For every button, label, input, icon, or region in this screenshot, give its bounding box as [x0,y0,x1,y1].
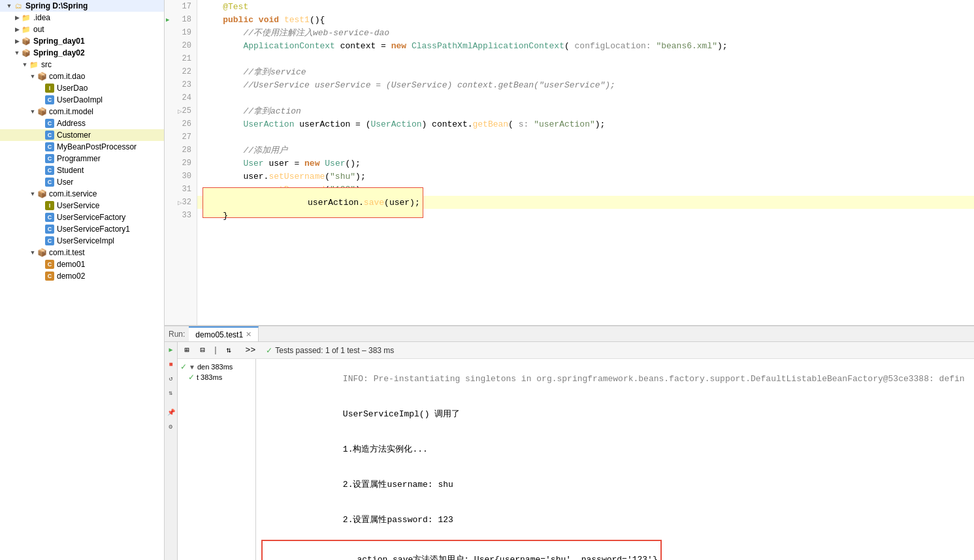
line33-text: } [203,211,228,221]
line32-text: userAction.save(user); [267,198,420,208]
sidebar-item-student[interactable]: C Student [0,164,164,176]
sidebar-item-spring-day02[interactable]: ▼ 📦 Spring_day02 [0,47,164,59]
output-content[interactable]: INFO: Pre-instantiating singletons in or… [256,359,974,560]
sidebar-item-mybeanpost[interactable]: C MyBeanPostProcessor [0,141,164,153]
code-line-30[interactable]: user.setUsername("shu"); [197,170,974,183]
student-spacer [37,166,44,174]
code-line-29[interactable]: User user = new User(); [197,157,974,170]
sidebar-item-demo02[interactable]: C demo02 [0,270,164,282]
demo02-spacer [37,272,44,280]
tests-passed-label: Tests passed: 1 of 1 test – 383 ms [275,346,394,355]
sidebar-item-idea[interactable]: ▶ 📁 .idea [0,12,164,23]
collapse-tree-button[interactable]: ⊟ [196,344,209,357]
root-label: Spring D:\Spring [25,1,88,10]
sidebar-item-userservicefactory[interactable]: C UserServiceFactory [0,211,164,223]
output-line-3: 1.构造方法实例化... [261,432,969,467]
stop-button[interactable]: ■ [166,359,176,369]
rerun-button[interactable]: ↺ [166,373,176,384]
user-spacer [37,178,44,186]
run-indicator-18: ▶ [166,16,169,23]
code-editor[interactable]: 17 ▶ 18 19 20 21 22 23 24 ▷ 25 26 27 28 … [165,0,974,325]
root-fold-arrow: ▼ [189,364,195,371]
code-line-19[interactable]: //不使用注解注入web-service-dao [197,26,974,39]
sidebar-item-com-it-model[interactable]: ▼ 📦 com.it.model [0,106,164,117]
code-line-27[interactable] [197,131,974,144]
sort-test-button[interactable]: ⇅ [222,344,235,357]
line32-wrapper: userAction.save(user); [203,187,423,218]
code-line-18[interactable]: public void test1(){ [197,13,974,26]
mybeanpost-spacer [37,143,44,151]
fold-32[interactable]: ▷ [178,198,182,207]
test-result-text: ✓ Tests passed: 1 of 1 test – 383 ms [261,346,399,355]
sort-button[interactable]: ⇅ [166,388,176,398]
sidebar-item-out[interactable]: ▶ 📁 out [0,23,164,35]
code-line-25[interactable]: //拿到action [197,104,974,117]
customer-label: Customer [57,131,91,140]
code-line-17[interactable]: @Test [197,0,974,13]
code-line-22[interactable]: //拿到service [197,65,974,78]
fold-25[interactable]: ▷ [178,107,182,116]
linenum-19: 19 [165,26,197,39]
user-label: User [57,178,73,187]
sidebar-item-spring-day01[interactable]: ▶ 📦 Spring_day01 [0,35,164,47]
run-label: Run: [165,330,189,339]
run-tab-demo05[interactable]: demo05.test1 ✕ [189,326,259,341]
sidebar-item-userserviceimpl[interactable]: C UserServiceImpl [0,235,164,247]
out-folder-icon: 📁 [21,24,31,35]
output-highlight-1: action save方法添加用户: User{username='shu', … [265,542,658,560]
code-line-28[interactable]: //添加用户 [197,144,974,157]
sidebar-item-com-it-test[interactable]: ▼ 📦 com.it.test [0,247,164,258]
sidebar-item-src[interactable]: ▼ 📁 src [0,59,164,70]
test-pkg-label: com.it.test [49,248,85,257]
student-icon: C [44,165,55,176]
usfactory-icon: C [44,212,55,223]
expand-tree-button[interactable]: ⊞ [180,344,193,357]
sidebar-item-userservice[interactable]: I UserService [0,200,164,211]
close-tab-icon[interactable]: ✕ [246,330,252,339]
address-label: Address [57,119,86,128]
sidebar-item-customer[interactable]: C Customer [0,129,164,141]
usfactory-spacer [37,213,44,221]
code-content[interactable]: @Test public void test1(){ //不使用注解注入web-… [197,0,974,325]
linenum-18: ▶ 18 [165,13,197,26]
test-child-item[interactable]: ✓ t 383ms [180,372,253,382]
pin-button[interactable]: 📌 [166,407,176,418]
settings-icon[interactable]: ⚙ [166,422,176,432]
src-label: src [41,60,52,69]
dao-pkg-label: com.it.dao [49,72,85,81]
linenum-25: ▷ 25 [165,104,197,117]
sidebar-item-com-it-dao[interactable]: ▼ 📦 com.it.dao [0,70,164,82]
sidebar-item-demo01[interactable]: C demo01 [0,258,164,270]
sidebar-item-com-it-service[interactable]: ▼ 📦 com.it.service [0,188,164,200]
dao-pkg-arrow: ▼ [29,72,37,80]
linenum-21: 21 [165,52,197,65]
tree-root[interactable]: ▼ 🗂 Spring D:\Spring [0,0,164,12]
play-button[interactable]: ▶ [166,345,176,355]
userdaoimpl-label: UserDaoImpl [57,95,103,104]
sidebar-item-userdaoimpl[interactable]: C UserDaoImpl [0,94,164,106]
sidebar-item-address[interactable]: C Address [0,117,164,129]
test-root-item[interactable]: ✓ ▼ den 383ms [180,362,253,372]
linenum-20: 20 [165,39,197,52]
code-line-32[interactable]: userAction.save(user); [197,196,974,209]
code-line-21[interactable] [197,52,974,65]
code-line-24[interactable] [197,91,974,104]
line30-text: user.setUsername("shu"); [203,172,366,181]
line22-comment: //拿到service [203,66,306,78]
usimpl-label: UserServiceImpl [57,236,114,245]
run-toolbar: ⊞ ⊟ | ⇅ >> ✓ Tests passed: 1 of 1 test –… [178,342,974,359]
demo01-spacer [37,260,44,268]
service-pkg-arrow: ▼ [29,190,37,198]
sidebar-item-user[interactable]: C User [0,176,164,188]
model-pkg-label: com.it.model [49,107,93,116]
sidebar-item-userdao[interactable]: I UserDao [0,82,164,94]
code-line-26[interactable]: UserAction userAction = (UserAction) con… [197,117,974,131]
demo02-icon: C [44,271,55,281]
programmer-spacer [37,155,44,163]
code-line-20[interactable]: ApplicationContext context = new ClassPa… [197,39,974,52]
code-line-23[interactable]: //UserService userService = (UserService… [197,78,974,91]
sidebar-item-userservicefactory1[interactable]: C UserServiceFactory1 [0,223,164,235]
sidebar-item-programmer[interactable]: C Programmer [0,153,164,164]
project-sidebar[interactable]: ▼ 🗂 Spring D:\Spring ▶ 📁 .idea ▶ 📁 out ▶… [0,0,165,560]
password-line-text: 2.设置属性password: 123 [343,515,453,525]
